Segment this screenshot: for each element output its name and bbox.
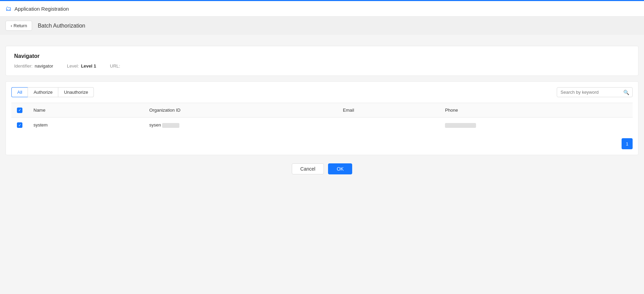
row-checkbox[interactable]: ✓ (17, 122, 22, 128)
identifier-label: Identifier: (14, 63, 32, 69)
cell-name: system (28, 117, 144, 133)
table-header-row: ✓ Name Organization ID Email Phone (11, 103, 633, 118)
filter-toolbar: All Authorize Unauthorize 🔍 (11, 87, 633, 97)
page-content: Navigator Identifier: navigator Level: L… (0, 40, 644, 183)
org-id-redacted (162, 123, 179, 128)
table-card: All Authorize Unauthorize 🔍 ✓ Name (6, 81, 638, 155)
cell-org-id: sysen (144, 117, 337, 133)
return-label: Return (13, 23, 27, 28)
row-checkbox-cell: ✓ (11, 117, 28, 133)
header-checkbox[interactable]: ✓ (17, 108, 22, 113)
page-title: Batch Authorization (38, 23, 85, 29)
level-field: Level: Level 1 (67, 63, 96, 69)
col-org-id: Organization ID (144, 103, 337, 118)
app-header: 🗂 Application Registration (0, 0, 644, 17)
bottom-actions: Cancel OK (6, 155, 638, 177)
ok-button[interactable]: OK (328, 163, 352, 174)
app-icon: 🗂 (6, 5, 12, 12)
tab-unauthorize[interactable]: Unauthorize (58, 87, 94, 97)
url-field: URL: (110, 63, 122, 69)
search-input[interactable] (557, 87, 633, 97)
col-email: Email (337, 103, 439, 118)
tab-all[interactable]: All (11, 87, 28, 97)
cell-phone (439, 117, 633, 133)
table-row: ✓ system sysen (11, 117, 633, 133)
info-card: Navigator Identifier: navigator Level: L… (6, 46, 638, 76)
level-value: Level 1 (81, 63, 96, 69)
identifier-field: Identifier: navigator (14, 63, 53, 69)
header-checkbox-cell: ✓ (11, 103, 28, 118)
info-card-title: Navigator (14, 53, 630, 59)
app-title: Application Registration (14, 6, 69, 12)
page-1-button[interactable]: 1 (622, 138, 633, 149)
check-icon: ✓ (18, 108, 21, 112)
col-phone: Phone (439, 103, 633, 118)
level-label: Level: (67, 63, 79, 69)
info-card-fields: Identifier: navigator Level: Level 1 URL… (14, 63, 630, 69)
cell-email (337, 117, 439, 133)
row-check-icon: ✓ (18, 123, 21, 127)
tab-authorize[interactable]: Authorize (28, 87, 58, 97)
return-button[interactable]: ‹ Return (6, 21, 32, 31)
identifier-value: navigator (34, 63, 53, 69)
pagination-wrapper: 1 (11, 138, 633, 149)
search-wrapper: 🔍 (557, 87, 633, 97)
return-bar: ‹ Return Batch Authorization (0, 17, 644, 35)
data-table: ✓ Name Organization ID Email Phone ✓ (11, 103, 633, 133)
phone-redacted (445, 123, 476, 128)
url-label: URL: (110, 63, 120, 69)
chevron-left-icon: ‹ (11, 23, 12, 28)
filter-tabs: All Authorize Unauthorize (11, 87, 94, 97)
col-name: Name (28, 103, 144, 118)
org-id-prefix: sysen (149, 122, 161, 128)
cancel-button[interactable]: Cancel (292, 163, 324, 174)
